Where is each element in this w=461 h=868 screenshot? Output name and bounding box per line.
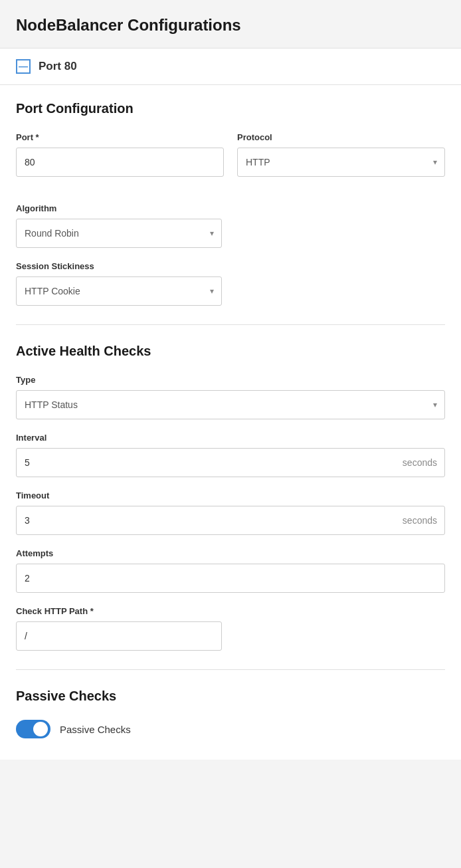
toggle-track	[16, 720, 50, 738]
timeout-field-group: Timeout seconds	[16, 490, 445, 535]
protocol-field-group: Protocol HTTP HTTPS TCP ▾	[237, 132, 445, 177]
type-label: Type	[16, 375, 445, 385]
port-header-label: Port 80	[39, 60, 77, 73]
passive-checks-title: Passive Checks	[16, 689, 445, 704]
port-config-title: Port Configuration	[16, 101, 445, 116]
passive-checks-row: Passive Checks	[16, 720, 445, 738]
timeout-label: Timeout	[16, 490, 445, 500]
section-separator-1	[16, 324, 445, 325]
check-path-input[interactable]	[16, 621, 222, 651]
toggle-thumb	[33, 722, 48, 736]
port-configuration-section: Port Configuration Port * Protocol HTTP …	[16, 101, 445, 306]
type-select-wrapper: None HTTP Status HTTP Body TCP Connectio…	[16, 390, 445, 419]
session-select[interactable]: None Table HTTP Cookie	[16, 276, 222, 306]
port-field-group: Port *	[16, 132, 224, 177]
active-health-title: Active Health Checks	[16, 344, 445, 359]
passive-checks-section: Passive Checks Passive Checks	[16, 689, 445, 738]
timeout-input[interactable]	[16, 506, 445, 535]
port-collapse-icon[interactable]: —	[16, 59, 31, 74]
protocol-select[interactable]: HTTP HTTPS TCP	[237, 148, 445, 177]
algorithm-label: Algorithm	[16, 203, 445, 213]
protocol-label: Protocol	[237, 132, 445, 142]
type-field-group: Type None HTTP Status HTTP Body TCP Conn…	[16, 375, 445, 419]
check-path-label: Check HTTP Path *	[16, 606, 445, 616]
session-field-group: Session Stickiness None Table HTTP Cooki…	[16, 261, 445, 306]
type-select[interactable]: None HTTP Status HTTP Body TCP Connectio…	[16, 390, 445, 419]
interval-label: Interval	[16, 433, 445, 443]
algorithm-field-group: Algorithm Round Robin Least Connections …	[16, 203, 445, 248]
interval-field-group: Interval seconds	[16, 433, 445, 477]
port-input[interactable]	[16, 148, 224, 177]
attempts-input[interactable]	[16, 564, 445, 593]
main-content: Port Configuration Port * Protocol HTTP …	[0, 85, 461, 760]
timeout-input-wrapper: seconds	[16, 506, 445, 535]
section-separator-2	[16, 669, 445, 670]
port-label: Port *	[16, 132, 224, 142]
attempts-field-group: Attempts	[16, 548, 445, 593]
interval-input[interactable]	[16, 448, 445, 477]
page-wrapper: NodeBalancer Configurations — Port 80 Po…	[0, 0, 461, 760]
passive-checks-label: Passive Checks	[60, 724, 131, 735]
algorithm-select[interactable]: Round Robin Least Connections Source	[16, 219, 222, 248]
port-protocol-row: Port * Protocol HTTP HTTPS TCP ▾	[16, 132, 445, 190]
interval-input-wrapper: seconds	[16, 448, 445, 477]
attempts-label: Attempts	[16, 548, 445, 558]
port-header: — Port 80	[0, 49, 461, 85]
passive-checks-toggle[interactable]	[16, 720, 50, 738]
session-label: Session Stickiness	[16, 261, 445, 271]
page-title: NodeBalancer Configurations	[0, 0, 461, 48]
check-path-field-group: Check HTTP Path *	[16, 606, 445, 651]
session-select-wrapper: None Table HTTP Cookie ▾	[16, 276, 222, 306]
protocol-select-wrapper: HTTP HTTPS TCP ▾	[237, 148, 445, 177]
algorithm-select-wrapper: Round Robin Least Connections Source ▾	[16, 219, 222, 248]
active-health-section: Active Health Checks Type None HTTP Stat…	[16, 344, 445, 651]
check-path-wrapper	[16, 621, 222, 651]
